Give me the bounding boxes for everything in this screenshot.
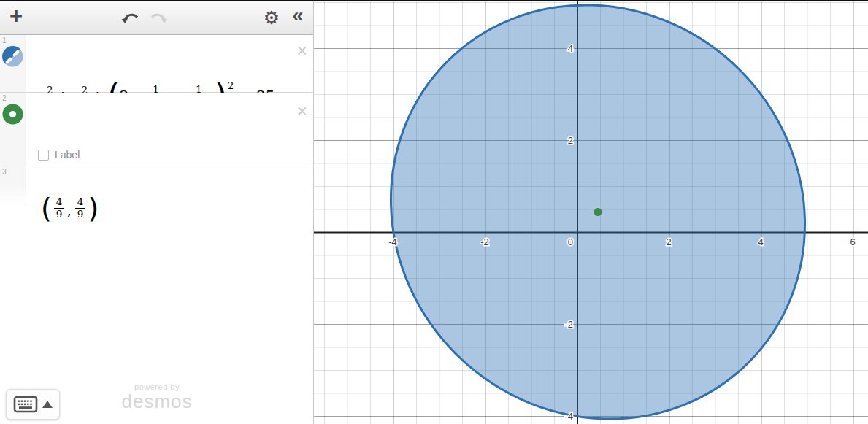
y-axis-tick-label: -2 bbox=[564, 319, 573, 330]
graph-settings-button[interactable]: ⚙ bbox=[258, 0, 285, 35]
x-axis-tick-label: -4 bbox=[388, 236, 397, 247]
x-axis-tick-label: 6 bbox=[850, 236, 855, 247]
expression-row-3[interactable]: 3 bbox=[0, 166, 313, 206]
math-exponent: 2 bbox=[227, 80, 234, 91]
keyboard-open-arrow-icon bbox=[42, 401, 53, 408]
x-axis-tick-label: 4 bbox=[758, 236, 763, 247]
desmos-logo-text: desmos bbox=[95, 390, 219, 413]
delete-expression-1-button[interactable]: × bbox=[296, 42, 307, 58]
inequality-style-icon[interactable] bbox=[2, 46, 23, 67]
powered-by-text: powered by bbox=[95, 382, 219, 391]
label-checkbox[interactable] bbox=[38, 150, 49, 161]
y-axis-tick-label: 2 bbox=[568, 135, 573, 146]
gear-icon: ⚙ bbox=[264, 7, 280, 28]
point-label-option[interactable]: Label bbox=[38, 149, 80, 161]
y-axis-tick-label: -4 bbox=[564, 411, 573, 422]
desmos-app: + ⚙ « 1 bbox=[0, 0, 868, 424]
label-checkbox-text: Label bbox=[55, 149, 80, 161]
add-expression-button[interactable]: + bbox=[3, 0, 29, 35]
undo-icon bbox=[120, 10, 141, 25]
collapse-panel-icon: « bbox=[292, 4, 303, 27]
plotted-point[interactable] bbox=[594, 208, 602, 216]
graph-svg[interactable]: -4-2024642-2-4 bbox=[314, 0, 868, 424]
expression-toolbar: + ⚙ « bbox=[0, 0, 313, 35]
window-top-border bbox=[0, 0, 868, 1]
expression-row-1[interactable]: 1 x2 + y2 + ( 2 − 14 x − 14 y ) bbox=[0, 35, 313, 93]
row-number: 3 bbox=[2, 168, 7, 176]
keyboard-icon bbox=[13, 396, 38, 413]
row-number: 2 bbox=[2, 94, 7, 102]
desmos-watermark: powered by desmos bbox=[95, 382, 219, 413]
x-axis-tick-label: 2 bbox=[666, 236, 671, 247]
undo-button[interactable] bbox=[117, 0, 145, 35]
expression-gutter-1[interactable]: 1 bbox=[0, 35, 26, 92]
point-style-icon[interactable] bbox=[2, 104, 23, 125]
expression-gutter-2[interactable]: 2 bbox=[0, 93, 26, 166]
y-axis-tick-label: 4 bbox=[568, 43, 573, 54]
redo-button[interactable] bbox=[145, 0, 172, 35]
row-number: 1 bbox=[2, 36, 7, 45]
graph-paper[interactable]: -4-2024642-2-4 bbox=[314, 0, 868, 424]
expression-panel: + ⚙ « 1 bbox=[0, 0, 314, 424]
x-axis-tick-label: -2 bbox=[480, 236, 489, 247]
show-keyboard-button[interactable] bbox=[6, 389, 60, 420]
expression-gutter-3: 3 bbox=[0, 166, 26, 206]
redo-icon bbox=[148, 10, 169, 25]
collapse-panel-button[interactable]: « bbox=[285, 0, 311, 35]
delete-expression-2-button[interactable]: × bbox=[296, 103, 307, 119]
expression-row-2[interactable]: 2 ( 49 , 49 ) Label × bbox=[0, 93, 313, 166]
inequality-region[interactable] bbox=[314, 0, 868, 424]
x-axis-origin-label: 0 bbox=[568, 236, 573, 247]
